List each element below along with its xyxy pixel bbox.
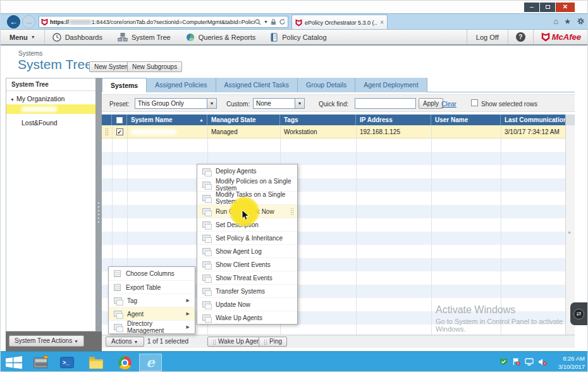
menu-item-export-table[interactable]: Export Table — [109, 280, 195, 294]
url-text: https://1:8443/core/orionTab.do?sectionI… — [50, 19, 255, 25]
custom-select[interactable]: None ▼ — [253, 98, 305, 109]
antivirus-shield-tray-icon[interactable] — [499, 357, 508, 366]
select-caret-icon: ▼ — [207, 99, 216, 108]
menu-item-modify-policies[interactable]: Modify Policies on a Single System — [197, 178, 297, 191]
column-header-system-name[interactable]: System Name▲ — [127, 115, 207, 125]
system-icon — [202, 168, 211, 175]
tree-expand-icon[interactable]: ▼ — [10, 97, 15, 102]
menu-item-transfer-systems[interactable]: Transfer Systems — [197, 284, 297, 297]
menu-item-show-client-events[interactable]: Show Client Events — [197, 257, 297, 271]
chrome-taskbar-icon[interactable] — [115, 354, 134, 371]
nav-dashboards[interactable]: Dashboards — [45, 30, 110, 44]
menu-item-deploy-agents[interactable]: Deploy Agents — [197, 164, 297, 178]
column-header-managed-state[interactable]: Managed State — [207, 115, 280, 125]
mouse-cursor-icon — [242, 209, 250, 221]
start-button[interactable] — [6, 356, 23, 369]
new-subgroups-button[interactable]: New Subgroups — [127, 61, 182, 72]
action-center-flag-icon[interactable] — [512, 357, 520, 366]
tree-item-selected-group[interactable] — [6, 104, 95, 114]
back-button[interactable]: ← — [7, 15, 20, 28]
menu-item-set-policy-inheritance[interactable]: Set Policy & Inheritance — [197, 231, 297, 244]
menu-item-show-agent-log[interactable]: Show Agent Log — [197, 244, 297, 257]
submenu-arrow-icon: ▶ — [187, 298, 190, 303]
column-header-last-communication[interactable]: Last Communication — [501, 115, 565, 125]
table-row[interactable]: ✓ Managed Workstation 192.168.1.125 3/10… — [102, 125, 565, 139]
tab-assigned-policies[interactable]: Assigned Policies — [147, 78, 216, 92]
show-selected-checkbox[interactable] — [471, 99, 478, 106]
system-icon — [202, 208, 211, 214]
mcafee-shield-icon — [295, 19, 302, 27]
preset-select[interactable]: This Group Only ▼ — [135, 98, 217, 109]
browser-tab[interactable]: ePolicy Orchestrator 5.3.0 (... × — [291, 15, 388, 30]
menu-item-tag[interactable]: Tag▶ — [109, 294, 195, 307]
tab-agent-deployment-label: Agent Deployment — [364, 81, 418, 89]
menu-button[interactable]: Menu ▼ — [1, 30, 44, 44]
address-bar[interactable]: https://1:8443/core/orionTab.do?sectionI… — [39, 16, 288, 28]
menu-item-update-now[interactable]: Update Now — [197, 297, 297, 311]
table-header: System Name▲ Managed State Tags IP Addre… — [102, 115, 565, 125]
column-header-tags[interactable]: Tags — [280, 115, 356, 125]
system-tree-actions-button[interactable]: System Tree Actions ▼ — [9, 335, 84, 347]
powershell-taskbar-icon[interactable]: >_ — [58, 354, 77, 371]
windows-logo-icon — [6, 356, 22, 369]
server-manager-taskbar-icon[interactable] — [31, 354, 50, 371]
redacted-group-name — [21, 106, 57, 112]
column-header-user-name[interactable]: User Name — [431, 115, 501, 125]
menu-item-show-threat-events[interactable]: Show Threat Events — [197, 271, 297, 284]
window-minimize-button[interactable]: – — [524, 3, 539, 12]
tab-systems[interactable]: Systems — [102, 78, 147, 92]
nav-dashboards-label: Dashboards — [65, 34, 102, 41]
actions-label: Actions — [111, 338, 132, 345]
network-tray-icon[interactable] — [525, 358, 534, 366]
help-button[interactable]: ? — [508, 30, 533, 44]
scroll-up-icon[interactable]: ▲ — [567, 230, 572, 234]
tab-assigned-client-tasks[interactable]: Assigned Client Tasks — [216, 78, 298, 92]
sidebar-splitter[interactable] — [95, 78, 102, 332]
column-header-ip-address[interactable]: IP Address — [356, 115, 431, 125]
menu-item-agent[interactable]: Agent▶ — [109, 307, 195, 320]
screen: – ✕ ← → https://1:8443/core/orionTab.do?… — [0, 0, 588, 372]
forward-button[interactable]: → — [22, 15, 35, 28]
checkbox-icon — [116, 117, 123, 123]
home-icon[interactable]: ⌂ — [553, 18, 558, 25]
help-icon: ? — [516, 32, 525, 42]
tab-close-icon[interactable]: × — [380, 19, 384, 26]
menu-item-wake-up-agents[interactable]: Wake Up Agents — [197, 311, 297, 324]
address-dropdown-icon[interactable]: ▼ — [264, 20, 268, 24]
apply-button[interactable]: Apply — [419, 98, 443, 109]
ping-button[interactable]: Ping — [259, 337, 287, 347]
cell-user-name — [431, 125, 501, 139]
volume-muted-tray-icon[interactable] — [538, 358, 547, 366]
select-all-checkbox[interactable] — [112, 115, 127, 125]
internet-explorer-taskbar-icon[interactable]: e — [139, 354, 162, 371]
tree-item-my-organization[interactable]: ▼My Organization — [6, 94, 95, 104]
taskbar-clock[interactable]: 8:26 AM 3/10/2017 — [558, 354, 585, 371]
menu-item-choose-columns[interactable]: Choose Columns — [109, 267, 195, 280]
nav-system-tree[interactable]: System Tree — [110, 30, 178, 44]
search-icon[interactable] — [255, 19, 261, 25]
system-icon — [202, 301, 211, 307]
window-maximize-button[interactable] — [540, 3, 555, 12]
log-off-button[interactable]: Log Off — [467, 30, 508, 44]
actions-button[interactable]: Actions ▼ — [106, 337, 144, 347]
sort-asc-icon: ▲ — [199, 115, 204, 125]
quick-find-input[interactable] — [355, 98, 416, 109]
redacted-url-host — [69, 20, 92, 25]
tree-item-lost-and-found[interactable]: Lost&Found — [6, 118, 95, 128]
window-close-button[interactable]: ✕ — [556, 3, 575, 12]
row-checkbox[interactable]: ✓ — [112, 125, 127, 139]
nav-policy-catalog[interactable]: Policy Catalog — [263, 30, 334, 44]
tab-agent-deployment[interactable]: Agent Deployment — [355, 78, 427, 92]
system-icon — [202, 235, 211, 241]
menu-item-directory-management[interactable]: Directory Management▶ — [109, 320, 195, 333]
settings-gear-icon[interactable] — [577, 17, 585, 25]
favorites-star-icon[interactable]: ★ — [564, 18, 571, 25]
row-grip-icon[interactable] — [102, 125, 112, 139]
clock-time: 8:26 AM — [558, 354, 585, 363]
file-explorer-taskbar-icon[interactable] — [87, 354, 106, 371]
clear-link[interactable]: Clear — [441, 101, 456, 108]
tab-group-details[interactable]: Group Details — [298, 78, 355, 92]
nav-queries-reports[interactable]: Queries & Reports — [178, 30, 263, 44]
refresh-icon[interactable] — [279, 18, 286, 25]
remote-control-side-tab[interactable]: ⇄ — [570, 302, 587, 325]
